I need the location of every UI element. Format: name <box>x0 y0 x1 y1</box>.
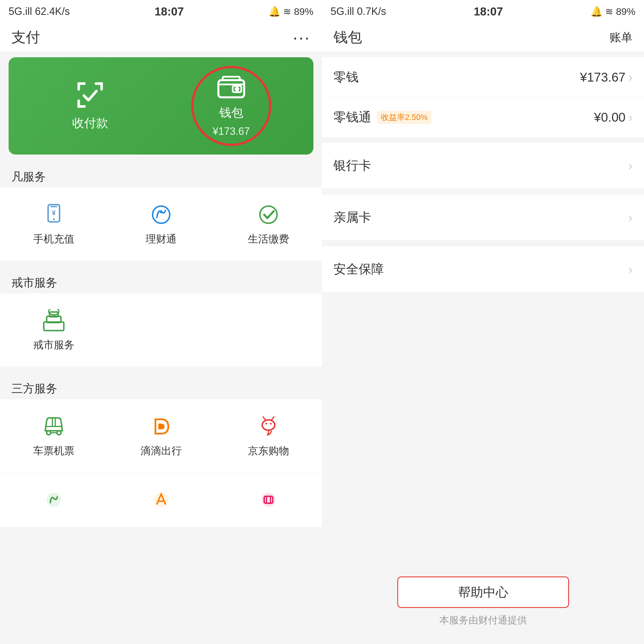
svg-line-22 <box>263 416 266 420</box>
lingqian-label: 零钱 <box>333 69 359 86</box>
bottom-note: 本服务由财付通提供 <box>439 614 527 627</box>
scan-icon <box>76 81 104 109</box>
bank-card-label: 银行卡 <box>333 157 371 174</box>
svg-text:¥: ¥ <box>52 209 56 217</box>
service-jd-label: 京东购物 <box>248 444 289 458</box>
status-bar-right: 5G.ill 0.7K/s 18:07 🔔 ≋ 89% <box>322 0 644 23</box>
family-card-label: 亲属卡 <box>333 209 371 226</box>
bottom-section: 帮助中心 本服务由财付通提供 <box>322 293 644 644</box>
service-city[interactable]: 戒市服务 <box>0 299 107 361</box>
lingqian-left: 零钱 <box>333 69 359 86</box>
security-item[interactable]: 安全保障 › <box>322 246 644 292</box>
help-center-button[interactable]: 帮助中心 <box>397 576 569 608</box>
bank-card-chevron: › <box>628 159 633 173</box>
left-panel: 5G.ill 62.4K/s 18:07 🔔 ≋ 89% 支付 ··· 收付款 <box>0 0 322 644</box>
service-phone-recharge[interactable]: ¥ 手机充值 <box>0 193 107 255</box>
service-bill[interactable]: 生活缴费 <box>215 193 322 255</box>
services-grid: ¥ 手机充值 理财通 生活缴费 <box>0 187 322 260</box>
lingqiantong-chevron: › <box>628 110 633 125</box>
more-icon-1 <box>41 487 67 513</box>
lingqiantong-right: ¥0.00 › <box>594 110 633 125</box>
lingqian-amount: ¥173.67 <box>580 70 625 84</box>
account-button[interactable]: 账单 <box>610 29 633 45</box>
city-services-grid: 戒市服务 <box>0 293 322 366</box>
service-jd[interactable]: 京东购物 <box>215 405 322 467</box>
svg-point-26 <box>47 493 61 507</box>
third-services-grid: 车票机票 滴滴出行 <box>0 399 322 472</box>
wallet-banner: 收付款 钱包 ¥173.67 <box>9 57 313 155</box>
svg-point-25 <box>270 423 272 424</box>
signal-left: 5G.ill 62.4K/s <box>9 5 70 17</box>
service-more-1[interactable] <box>0 478 107 521</box>
service-didi[interactable]: 滴滴出行 <box>107 405 215 467</box>
status-icons-right: 🔔 ≋ 89% <box>590 6 635 17</box>
service-didi-label: 滴滴出行 <box>141 444 182 458</box>
time-left: 18:07 <box>155 5 184 18</box>
svg-point-6 <box>53 218 55 220</box>
svg-point-9 <box>160 210 163 213</box>
svg-rect-0 <box>218 80 244 97</box>
service-more-3[interactable] <box>215 478 322 521</box>
svg-point-10 <box>260 206 277 223</box>
phone-recharge-icon: ¥ <box>41 202 67 228</box>
family-card-item[interactable]: 亲属卡 › <box>322 195 644 240</box>
lingqiantong-badge: 收益率2.50% <box>377 111 432 124</box>
scan-pay-button[interactable]: 收付款 <box>72 81 108 131</box>
wallet-icon <box>216 74 247 100</box>
lingqian-right: ¥173.67 › <box>580 70 633 84</box>
wallet-amount: ¥173.67 <box>213 125 250 137</box>
service-city-label: 戒市服务 <box>33 338 74 352</box>
right-panel: 5G.ill 0.7K/s 18:07 🔔 ≋ 89% 钱包 账单 零钱 ¥17… <box>322 0 644 644</box>
family-card-chevron: › <box>628 210 633 225</box>
service-more-2[interactable] <box>107 478 215 521</box>
divider-3 <box>322 241 644 246</box>
scan-pay-label: 收付款 <box>72 115 108 131</box>
svg-point-17 <box>57 431 61 435</box>
service-phone-label: 手机充值 <box>33 232 74 246</box>
nav-bar-right: 钱包 账单 <box>322 23 644 52</box>
lingqian-chevron: › <box>628 70 633 84</box>
more-icon-2 <box>148 487 174 513</box>
divider-2 <box>322 189 644 195</box>
third-services-section: 车票机票 滴滴出行 <box>0 399 322 472</box>
page-title-right: 钱包 <box>333 28 362 47</box>
lingqiantong-amount: ¥0.00 <box>594 110 625 125</box>
wallet-list: 零钱 ¥173.67 › 零钱通 收益率2.50% ¥0.00 › <box>322 57 644 137</box>
wallet-button[interactable]: 钱包 ¥173.67 <box>213 74 250 137</box>
service-finance-label: 理财通 <box>146 232 177 246</box>
finance-icon <box>148 202 174 228</box>
services-section-title: 凡服务 <box>0 160 322 187</box>
train-icon <box>41 414 67 439</box>
svg-line-23 <box>271 416 274 420</box>
help-center-label: 帮助中心 <box>458 584 508 601</box>
city-section-title: 戒市服务 <box>0 266 322 293</box>
lingqian-item[interactable]: 零钱 ¥173.67 › <box>322 57 644 97</box>
security-chevron: › <box>628 262 633 276</box>
signal-right: 5G.ill 0.7K/s <box>331 5 386 17</box>
lingqiantong-left: 零钱通 收益率2.50% <box>333 109 432 126</box>
status-icons-left: 🔔 ≋ 89% <box>268 6 313 17</box>
lingqiantong-item[interactable]: 零钱通 收益率2.50% ¥0.00 › <box>322 97 644 137</box>
service-finance[interactable]: 理财通 <box>107 193 215 255</box>
more-button-left[interactable]: ··· <box>293 27 311 47</box>
jd-icon <box>256 414 281 439</box>
security-label: 安全保障 <box>333 261 384 278</box>
bank-card-item[interactable]: 银行卡 › <box>322 143 644 188</box>
svg-point-16 <box>47 431 51 435</box>
page-title-left: 支付 <box>11 28 40 47</box>
more-icon-3 <box>256 487 281 513</box>
svg-rect-5 <box>50 206 57 207</box>
svg-point-24 <box>265 423 267 424</box>
service-train-label: 车票机票 <box>33 444 74 458</box>
didi-icon <box>148 414 174 439</box>
third-section-title: 三方服务 <box>0 372 322 399</box>
svg-point-2 <box>236 88 238 90</box>
service-train[interactable]: 车票机票 <box>0 405 107 467</box>
status-bar-left: 5G.ill 62.4K/s 18:07 🔔 ≋ 89% <box>0 0 322 23</box>
bill-icon <box>256 202 281 228</box>
time-right: 18:07 <box>474 5 503 18</box>
lingqiantong-label: 零钱通 <box>333 109 371 126</box>
divider-1 <box>322 137 644 143</box>
svg-point-21 <box>262 420 275 430</box>
nav-bar-left: 支付 ··· <box>0 23 322 52</box>
